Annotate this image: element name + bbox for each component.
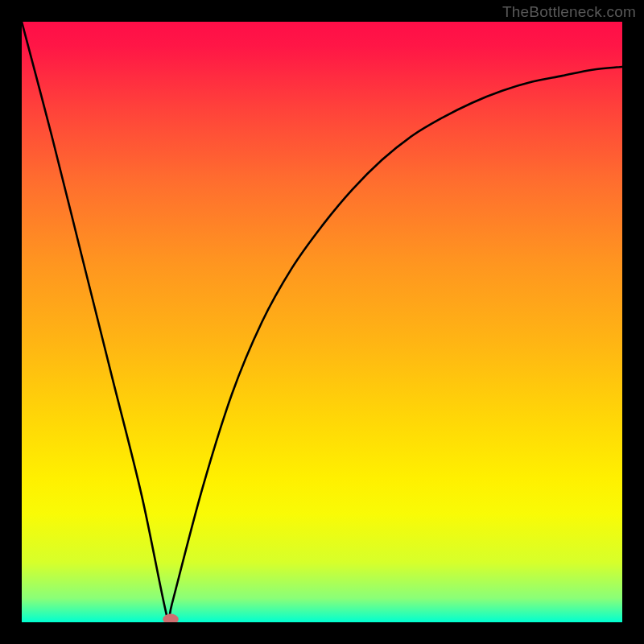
minimum-marker [163, 614, 178, 622]
curve-layer [22, 22, 622, 622]
chart-frame: TheBottleneck.com [0, 0, 644, 644]
bottleneck-curve [22, 22, 622, 622]
plot-area [22, 22, 622, 622]
watermark-text: TheBottleneck.com [502, 3, 636, 21]
